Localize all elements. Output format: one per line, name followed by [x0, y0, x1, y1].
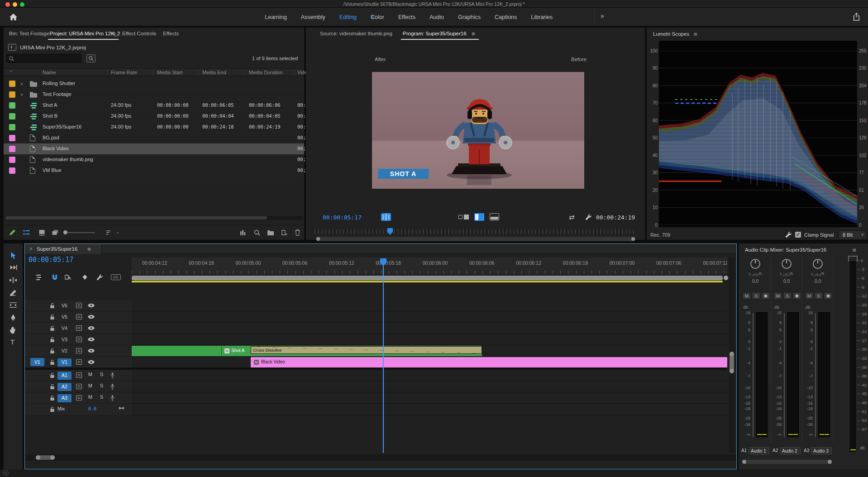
tab-project[interactable]: Project: URSA Mini Pro 12K_2 [50, 31, 120, 36]
track-target-button[interactable]: A1 [57, 372, 72, 380]
track-visibility-eye-icon[interactable] [87, 360, 95, 364]
track-target-button[interactable]: V6 [57, 302, 72, 310]
track-lock-icon[interactable] [50, 372, 55, 378]
disclosure-triangle[interactable] [21, 156, 25, 163]
workspace-tab[interactable]: Editing [339, 14, 357, 20]
media-row[interactable]: Black Video 00; [4, 143, 304, 154]
video-lane[interactable] [132, 311, 727, 323]
swap-sides-icon[interactable]: ⇄ [569, 213, 575, 221]
slip-tool-icon[interactable] [9, 301, 17, 309]
video-track-header[interactable]: V1 V5 [25, 311, 132, 323]
tab-source-monitor[interactable]: Source: videomaker thumb.png [320, 31, 392, 36]
sync-lock-icon[interactable] [76, 314, 82, 320]
list-header[interactable]: ⌃ Name Frame Rate Media Start Media End … [4, 68, 304, 76]
video-lane[interactable] [132, 334, 727, 345]
automate-to-sequence-icon[interactable] [240, 229, 247, 236]
solo-button[interactable]: S [783, 292, 792, 299]
mute-button[interactable]: M [743, 292, 751, 299]
sync-lock-icon[interactable] [76, 359, 82, 365]
sort-direction-icon[interactable]: ⌃ [9, 70, 13, 75]
voiceover-mic-icon[interactable] [110, 395, 115, 401]
vscroll-handle-bottom[interactable] [730, 369, 734, 373]
media-row[interactable]: BG.psd 00; [4, 133, 304, 143]
playhead-line[interactable] [383, 264, 384, 453]
track-lock-icon[interactable] [50, 395, 55, 401]
media-row[interactable]: Shot A 24.00 fps 00:00:00:00 00:00:06:05… [4, 100, 304, 111]
track-target-button[interactable]: A2 [57, 383, 72, 391]
mix-track-header[interactable]: Mix 0.0 ▶◀ [25, 404, 132, 415]
column-media-end[interactable]: Media End [202, 70, 226, 75]
column-frame-rate[interactable]: Frame Rate [111, 70, 137, 75]
column-name[interactable]: Name [43, 70, 56, 75]
track-visibility-eye-icon[interactable] [87, 315, 95, 319]
timeline-vscrollbar[interactable] [729, 258, 734, 453]
label-color-chip[interactable] [9, 146, 15, 152]
solo-button[interactable]: S [815, 292, 823, 299]
linked-selection-icon[interactable] [65, 274, 72, 281]
sync-lock-icon[interactable] [76, 384, 82, 389]
media-row[interactable]: Rolling Shutter [4, 78, 304, 89]
track-lock-icon[interactable] [50, 303, 55, 309]
scope-settings-wrench-icon[interactable] [785, 231, 792, 238]
label-color-chip[interactable] [9, 81, 15, 87]
video-lane[interactable] [132, 300, 727, 311]
sync-lock-icon[interactable] [76, 303, 82, 308]
program-video-frame[interactable]: SHOT A [372, 72, 584, 189]
zoom-handle-left[interactable] [316, 237, 320, 241]
record-arm-button[interactable] [793, 292, 801, 299]
channel-assignment-dropdown[interactable]: Audio 2 [780, 447, 801, 454]
record-arm-button[interactable] [762, 292, 770, 299]
track-lock-icon[interactable] [50, 348, 55, 354]
track-visibility-eye-icon[interactable] [87, 326, 95, 330]
track-lock-icon[interactable] [50, 359, 55, 365]
new-item-icon[interactable] [281, 229, 287, 236]
clamp-signal-checkbox[interactable]: ✓ [795, 232, 801, 238]
volume-fader[interactable] [815, 313, 816, 437]
bit-depth-dropdown[interactable]: 8 Bit ∨ [839, 230, 867, 239]
volume-fader[interactable] [753, 313, 754, 437]
disclosure-triangle[interactable] [21, 102, 25, 109]
media-row[interactable]: videomaker thumb.png 00; [4, 154, 304, 165]
playhead-position-timecode[interactable]: 00:00:05:17 [323, 214, 362, 221]
track-lock-icon[interactable] [50, 384, 55, 390]
workspace-tab[interactable]: Assembly [301, 14, 325, 20]
pen-tool-icon[interactable] [9, 314, 17, 322]
workspace-tab[interactable]: Effects [398, 14, 415, 20]
pan-value[interactable]: 0.0 [772, 279, 801, 284]
label-color-chip[interactable] [9, 157, 15, 163]
mute-button[interactable]: M [774, 292, 782, 299]
zoom-handle-right[interactable] [631, 237, 635, 241]
horizontal-split-view-icon[interactable] [490, 213, 499, 220]
disclosure-triangle[interactable] [21, 134, 25, 142]
tab-bin-test-footage[interactable]: Bin: Test Footage [9, 31, 49, 36]
solo-button[interactable]: S [100, 383, 103, 388]
solo-button[interactable]: S [752, 292, 760, 299]
sort-icon[interactable] [106, 230, 113, 235]
nest-sequence-icon[interactable] [35, 274, 42, 281]
home-icon[interactable] [9, 13, 18, 21]
disclosure-triangle[interactable] [21, 113, 25, 120]
video-track-header[interactable]: V1 V2 [25, 345, 132, 357]
comparison-view-icon[interactable] [381, 213, 391, 221]
find-icon[interactable] [86, 54, 95, 62]
time-ruler[interactable]: 00:00:04:1200:00:04:1800:00:05:0000:00:0… [132, 258, 727, 274]
sort-chevron-icon[interactable]: ⌄ [116, 229, 119, 234]
pan-value[interactable]: 0.0 [803, 279, 833, 284]
monitor-mini-ruler[interactable] [315, 229, 636, 234]
audio-lane[interactable] [132, 381, 727, 392]
add-marker-icon[interactable] [82, 274, 88, 280]
razor-tool-icon[interactable] [9, 289, 17, 297]
clip-shot-a[interactable]: fx Shot A Cross Dissolve [132, 346, 482, 356]
video-lane[interactable] [132, 323, 727, 334]
workspace-overflow-chevron[interactable]: » [601, 12, 604, 19]
type-tool-icon[interactable]: T [10, 338, 14, 346]
audio-lane[interactable] [132, 392, 727, 404]
tab-program-monitor[interactable]: Program: Super35/Super16 [403, 31, 467, 36]
sync-lock-icon[interactable] [76, 395, 82, 401]
label-color-chip[interactable] [9, 91, 15, 98]
selection-tool-icon[interactable] [9, 252, 17, 260]
disclosure-triangle[interactable] [21, 80, 25, 87]
track-select-forward-tool-icon[interactable] [9, 263, 17, 272]
track-lock-icon[interactable] [50, 314, 55, 320]
snap-magnet-icon[interactable] [51, 274, 58, 281]
